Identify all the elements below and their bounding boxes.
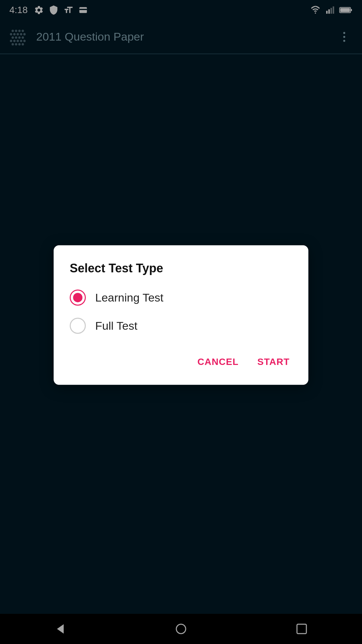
full-test-option[interactable]: Full Test xyxy=(70,318,292,334)
learning-test-option[interactable]: Learning Test xyxy=(70,289,292,306)
learning-test-label: Learning Test xyxy=(95,291,164,304)
full-test-radio[interactable] xyxy=(70,318,86,334)
dialog-title: Select Test Type xyxy=(70,261,292,275)
start-button[interactable]: START xyxy=(255,351,292,373)
learning-test-radio[interactable] xyxy=(70,289,86,306)
cancel-button[interactable]: CANCEL xyxy=(195,351,241,373)
dialog-actions: CANCEL START xyxy=(70,346,292,373)
select-test-type-dialog: Select Test Type Learning Test Full Test… xyxy=(54,245,308,385)
full-test-label: Full Test xyxy=(95,319,137,332)
